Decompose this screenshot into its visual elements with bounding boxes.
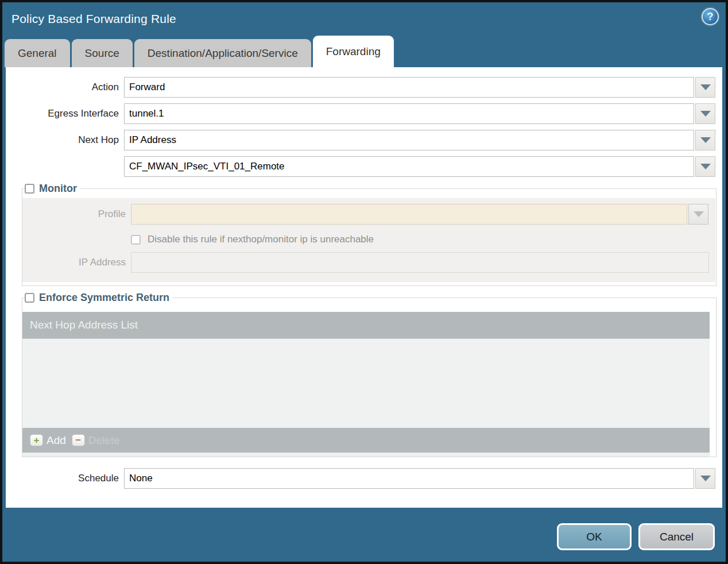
table-body-empty[interactable] xyxy=(22,339,710,428)
table-header-label: Next Hop Address List xyxy=(30,319,138,331)
chevron-down-icon xyxy=(700,137,711,143)
monitor-title: Monitor xyxy=(39,183,77,195)
action-dropdown-button[interactable] xyxy=(695,77,715,98)
next-hop-address-dropdown-button[interactable] xyxy=(695,156,715,177)
tab-general[interactable]: General xyxy=(5,39,70,67)
chevron-down-icon xyxy=(700,164,711,169)
next-hop-type-dropdown-button[interactable] xyxy=(695,130,715,150)
profile-dropdown-button xyxy=(688,204,708,225)
plus-icon: + xyxy=(30,434,43,446)
symmetric-return-legend: Enforce Symmetric Return xyxy=(25,292,173,304)
tab-forwarding-label: Forwarding xyxy=(326,45,381,58)
chevron-down-icon xyxy=(700,84,711,90)
monitor-ip-input xyxy=(131,252,709,273)
next-hop-address-list-table: Next Hop Address List + Add − Delete xyxy=(22,312,710,453)
action-select[interactable]: Forward xyxy=(124,77,694,98)
egress-interface-select[interactable]: tunnel.1 xyxy=(124,103,694,124)
egress-interface-dropdown-button[interactable] xyxy=(695,103,715,124)
table-header: Next Hop Address List xyxy=(22,312,710,339)
profile-select[interactable] xyxy=(131,204,687,225)
tab-source[interactable]: Source xyxy=(72,39,133,67)
delete-button: − Delete xyxy=(72,434,120,447)
forwarding-tab-panel: Action Forward Egress Interface tunnel.1… xyxy=(6,67,722,508)
disable-rule-row: Disable this rule if nexthop/monitor ip … xyxy=(131,234,715,245)
dialog-footer: OK Cancel xyxy=(2,508,726,562)
profile-label: Profile xyxy=(22,208,126,220)
schedule-dropdown-button[interactable] xyxy=(695,468,715,489)
chevron-down-icon xyxy=(700,476,711,481)
add-button[interactable]: + Add xyxy=(30,434,66,447)
tab-destination-label: Destination/Application/Service xyxy=(148,47,298,60)
chevron-down-icon xyxy=(700,111,711,117)
dialog-title: Policy Based Forwarding Rule xyxy=(11,12,176,26)
egress-interface-row: Egress Interface tunnel.1 xyxy=(6,103,722,124)
monitor-legend: Monitor xyxy=(25,183,80,195)
tab-source-label: Source xyxy=(85,47,119,60)
next-hop-address-row: CF_MWAN_IPsec_VTI_01_Remote xyxy=(6,156,722,177)
monitor-ip-label: IP Address xyxy=(22,257,126,268)
action-row: Action Forward xyxy=(6,77,722,98)
schedule-row: Schedule None xyxy=(6,468,722,489)
tab-destination-application-service[interactable]: Destination/Application/Service xyxy=(134,39,311,67)
monitor-panel: Profile Disable this rule if nexthop/mon… xyxy=(22,198,715,282)
ok-button[interactable]: OK xyxy=(557,523,632,550)
disable-rule-label: Disable this rule if nexthop/monitor ip … xyxy=(148,234,374,245)
help-icon-glyph: ? xyxy=(707,11,714,23)
next-hop-address-select[interactable]: CF_MWAN_IPsec_VTI_01_Remote xyxy=(124,156,694,177)
disable-rule-checkbox xyxy=(131,235,141,245)
monitor-section: Monitor Profile Disable this rule if nex… xyxy=(22,183,717,286)
next-hop-label: Next Hop xyxy=(6,134,119,146)
minus-icon: − xyxy=(72,434,85,446)
add-button-label: Add xyxy=(47,434,66,447)
monitor-checkbox[interactable] xyxy=(25,184,34,194)
profile-row: Profile xyxy=(22,204,715,225)
delete-button-label: Delete xyxy=(88,434,120,447)
symmetric-return-title: Enforce Symmetric Return xyxy=(39,292,169,304)
symmetric-return-checkbox[interactable] xyxy=(25,293,34,303)
tab-general-label: General xyxy=(18,47,57,60)
schedule-select[interactable]: None xyxy=(124,468,694,489)
schedule-label: Schedule xyxy=(6,473,119,484)
table-bottom-strip xyxy=(22,453,710,457)
next-hop-type-select[interactable]: IP Address xyxy=(124,130,694,150)
tab-bar: General Source Destination/Application/S… xyxy=(2,36,726,67)
tab-forwarding[interactable]: Forwarding xyxy=(313,36,394,67)
chevron-down-icon xyxy=(694,211,704,217)
monitor-ip-row: IP Address xyxy=(22,252,715,273)
next-hop-row: Next Hop IP Address xyxy=(6,130,722,150)
egress-interface-label: Egress Interface xyxy=(6,108,119,119)
table-toolbar: + Add − Delete xyxy=(22,428,710,453)
dialog-titlebar: Policy Based Forwarding Rule ? xyxy=(2,2,726,36)
help-icon[interactable]: ? xyxy=(702,8,719,25)
action-label: Action xyxy=(6,82,119,93)
symmetric-return-section: Enforce Symmetric Return Next Hop Addres… xyxy=(22,292,717,457)
cancel-button[interactable]: Cancel xyxy=(638,523,715,550)
dialog-frame: Action Forward Egress Interface tunnel.1… xyxy=(2,67,726,508)
